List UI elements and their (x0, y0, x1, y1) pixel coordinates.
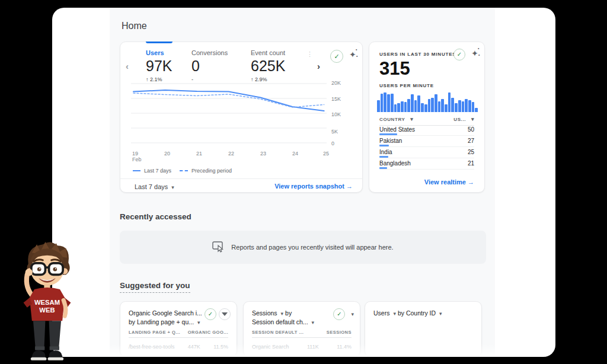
tab-event-count[interactable]: Event count 625K ↑ 2.9% (251, 49, 285, 82)
insights-sparkle-icon[interactable]: ✦•• (349, 50, 356, 59)
mascot-character: WESAM WEB (13, 240, 81, 364)
overview-metrics-card: ‹ Users 97K ↑ 2.1% Conversions 0 - Event… (120, 41, 363, 193)
table-row[interactable]: Bangladesh 21 (379, 158, 474, 170)
per-minute-bar (414, 100, 417, 112)
data-quality-icon[interactable]: ✓ (333, 308, 345, 320)
card-icons: ✓ (205, 308, 231, 320)
mascot-shirt-text: WEB (39, 306, 55, 314)
per-minute-bar (455, 103, 458, 112)
suggested-card-users-by-country[interactable]: Users▾ by Country ID▾ (365, 301, 482, 357)
per-minute-bar (424, 104, 427, 112)
x-axis-tick: 25 (323, 151, 329, 157)
card-table-header: LANDING PAGE + Q...ORGANIC GOO... (129, 330, 228, 338)
card-table-header: SESSION DEFAULT ...SESSIONS (252, 330, 352, 338)
main-content: Home ‹ Users 97K ↑ 2.1% Conversions 0 - … (110, 8, 495, 357)
users-column-header[interactable]: US... ▾ (453, 116, 474, 122)
users-per-minute-label: USERS PER MINUTE (379, 83, 434, 88)
y-axis-tick: 10K (331, 111, 341, 117)
y-axis-tick: 20K (331, 80, 341, 86)
x-axis-tick: 19Feb (132, 151, 142, 162)
metric-value: 0 (191, 58, 228, 75)
caret-down-icon: ▾ (312, 320, 315, 325)
view-realtime-link[interactable]: View realtime → (424, 178, 474, 186)
data-quality-icon[interactable]: ✓ (205, 308, 216, 320)
data-quality-icon[interactable]: ✓ (330, 50, 343, 63)
country-value-bar (379, 167, 387, 169)
more-metrics-ellipsis-icon: ⋮ (306, 50, 313, 58)
per-minute-bar (401, 101, 404, 113)
table-row[interactable]: India 25 (379, 147, 474, 158)
per-minute-bar (407, 99, 410, 112)
filter-icon[interactable] (219, 308, 231, 320)
legend-label: Last 7 days (144, 168, 171, 174)
card-icons: ✓ ▾ (333, 308, 354, 320)
country-column-header[interactable]: COUNTRY ▾ (379, 116, 413, 122)
per-minute-bar (472, 102, 475, 112)
per-minute-bar (404, 102, 407, 112)
table-row[interactable]: Pakistan 27 (379, 136, 474, 147)
metrics-scroll-left-button[interactable]: ‹ (126, 61, 129, 71)
date-range-selector[interactable]: Last 7 days▾ (135, 183, 174, 190)
tab-conversions[interactable]: Conversions 0 - (191, 49, 228, 82)
per-minute-bar (441, 99, 444, 112)
view-reports-snapshot-link[interactable]: View reports snapshot → (274, 183, 353, 190)
arrow-right-icon: → (346, 183, 353, 190)
recently-accessed-empty-state: Reports and pages you recently visited w… (120, 231, 486, 264)
caret-down-icon: ▾ (281, 311, 284, 317)
users-last-30min-value: 315 (379, 58, 410, 79)
legend-label: Preceding period (191, 168, 232, 174)
cursor-icon (212, 241, 225, 253)
realtime-title: USERS IN LAST 30 MINUTES (379, 52, 456, 57)
suggested-card-organic-search[interactable]: Organic Google Search i...▾ ✓ by Landing… (120, 301, 237, 357)
per-minute-bar (465, 99, 468, 112)
metric-label: Conversions (191, 49, 228, 56)
tab-users[interactable]: Users 97K ↑ 2.1% (146, 49, 172, 82)
x-axis-tick: 20 (164, 151, 170, 157)
per-minute-bar (384, 92, 386, 112)
dashboard-panel: Home ‹ Users 97K ↑ 2.1% Conversions 0 - … (52, 8, 555, 357)
caret-down-icon: ▾ (439, 311, 442, 317)
arrow-right-icon: → (468, 178, 474, 186)
mascot-shirt-text: WESAM (34, 299, 60, 306)
metric-label: Event count (251, 49, 285, 56)
caret-down-icon: ▾ (471, 116, 474, 122)
per-minute-bar (475, 108, 478, 112)
page-title: Home (122, 21, 147, 31)
metric-label: Users (146, 49, 172, 56)
per-minute-bar (468, 100, 471, 112)
per-minute-bar (421, 103, 424, 112)
per-minute-bar (431, 98, 434, 112)
active-tab-indicator (146, 41, 172, 43)
table-row[interactable]: United States 50 (379, 124, 474, 136)
table-row: Organic Search111K11.4% (252, 344, 352, 350)
insights-sparkle-icon[interactable]: ✦•• (471, 49, 478, 58)
metric-value: 625K (251, 58, 285, 75)
x-axis-tick: 22 (228, 151, 234, 157)
metric-value: 97K (146, 58, 172, 75)
per-minute-bar (438, 101, 441, 113)
caret-down-icon[interactable]: ▾ (351, 311, 354, 317)
per-minute-bar (377, 100, 380, 112)
per-minute-bar (462, 101, 465, 113)
caret-down-icon: ▾ (393, 311, 396, 317)
card-title[interactable]: Users▾ by Country ID▾ (373, 309, 473, 317)
suggested-card-sessions[interactable]: Sessions▾ by ✓ ▾ Session default ch...▾ … (243, 301, 360, 357)
realtime-table: United States 50 Pakistan 27 India 25 Ba… (379, 124, 474, 170)
metrics-scroll-right-button[interactable]: › (317, 61, 320, 71)
y-axis-tick: 15K (331, 96, 341, 102)
per-minute-bar (394, 104, 397, 112)
caret-down-icon: ▾ (197, 320, 200, 325)
legend-dashed-swatch (180, 170, 188, 171)
per-minute-bar (417, 95, 420, 112)
users-per-minute-bar-chart (377, 90, 478, 112)
metrics-card-footer: Last 7 days▾ View reports snapshot → (120, 179, 362, 193)
per-minute-bar (451, 98, 454, 112)
per-minute-bar (435, 94, 437, 112)
per-minute-bar (391, 94, 394, 112)
per-minute-bar (381, 94, 384, 112)
caret-down-icon: ▾ (410, 116, 413, 122)
per-minute-bar (428, 99, 431, 112)
legend-solid-swatch (133, 170, 140, 171)
per-minute-bar (445, 104, 448, 112)
data-quality-icon[interactable]: ✓ (453, 49, 465, 60)
